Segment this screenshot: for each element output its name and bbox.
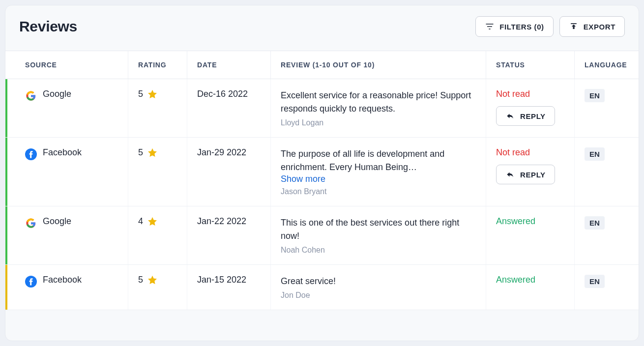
header-actions: FILTERS (0) EXPORT	[475, 16, 625, 37]
status-label: Answered	[496, 275, 564, 285]
status-label: Not read	[496, 147, 564, 158]
language-badge: EN	[585, 147, 605, 161]
star-icon	[147, 275, 158, 288]
export-label: EXPORT	[584, 23, 615, 31]
cell-date: Jan-22 2022	[187, 206, 271, 264]
table-body: Google5Dec-16 2022Excellent service for …	[5, 79, 639, 310]
filters-button[interactable]: FILTERS (0)	[475, 16, 553, 37]
table-row: Google5Dec-16 2022Excellent service for …	[5, 79, 639, 138]
cell-rating: 5	[128, 265, 187, 310]
language-badge: EN	[585, 275, 605, 288]
star-icon	[147, 147, 158, 161]
col-header-rating[interactable]: RATING	[128, 51, 187, 79]
cell-rating: 5	[128, 79, 187, 137]
cell-language: EN	[575, 265, 639, 310]
rating-value: 5	[138, 89, 143, 99]
reply-button[interactable]: REPLY	[496, 106, 555, 126]
review-text: The purpose of all life is development a…	[281, 147, 476, 174]
review-author: Jon Doe	[281, 291, 476, 300]
cell-date: Jan-29 2022	[187, 138, 271, 206]
col-header-date[interactable]: DATE	[187, 51, 271, 79]
review-text: Excellent service for a reasonable price…	[281, 89, 476, 115]
reply-label: REPLY	[520, 112, 546, 120]
cell-review: The purpose of all life is development a…	[271, 138, 486, 206]
star-icon	[147, 216, 158, 230]
reply-label: REPLY	[520, 171, 546, 179]
reviews-table: SOURCE RATING DATE REVIEW (1-10 OUT OF 1…	[5, 51, 639, 310]
cell-source: Facebook	[5, 138, 128, 206]
cell-rating: 4	[128, 206, 187, 264]
table-header: SOURCE RATING DATE REVIEW (1-10 OUT OF 1…	[5, 51, 639, 79]
review-text: Great service!	[281, 275, 476, 288]
cell-source: Facebook	[5, 265, 128, 310]
panel-header: Reviews FILTERS (0) EXPORT	[5, 5, 639, 51]
filter-icon	[485, 22, 495, 31]
col-header-source[interactable]: SOURCE	[5, 51, 128, 79]
cell-status: Answered	[486, 206, 575, 264]
table-row: Facebook5Jan-29 2022The purpose of all l…	[5, 138, 639, 206]
reply-icon	[505, 112, 515, 120]
google-icon	[25, 217, 37, 229]
cell-date: Dec-16 2022	[187, 79, 271, 137]
rating-value: 5	[138, 275, 143, 285]
export-button[interactable]: EXPORT	[559, 16, 625, 37]
star-icon	[147, 89, 158, 102]
reply-icon	[505, 170, 515, 179]
upload-icon	[569, 22, 579, 31]
cell-status: Answered	[486, 265, 575, 310]
reviews-panel: Reviews FILTERS (0) EXPORT SOURCE RATING…	[5, 5, 639, 341]
cell-source: Google	[5, 206, 128, 264]
cell-status: Not readREPLY	[486, 79, 575, 137]
table-row: Google4Jan-22 2022This is one of the bes…	[5, 206, 639, 265]
table-row: Facebook5Jan-15 2022Great service!Jon Do…	[5, 265, 639, 310]
cell-language: EN	[575, 79, 639, 137]
show-more-link[interactable]: Show more	[281, 174, 476, 184]
reply-button[interactable]: REPLY	[496, 165, 555, 184]
status-label: Answered	[496, 216, 564, 227]
rating-value: 5	[138, 147, 143, 158]
google-icon	[25, 90, 37, 102]
facebook-icon	[25, 148, 37, 160]
col-header-language[interactable]: LANGUAGE	[575, 51, 639, 79]
cell-language: EN	[575, 206, 639, 264]
status-label: Not read	[496, 89, 564, 99]
rating-value: 4	[138, 216, 143, 227]
review-author: Lloyd Logan	[281, 118, 476, 127]
cell-status: Not readREPLY	[486, 138, 575, 206]
source-name: Google	[43, 89, 71, 99]
source-name: Facebook	[43, 275, 82, 285]
language-badge: EN	[585, 216, 605, 230]
review-author: Jason Bryant	[281, 187, 476, 196]
cell-rating: 5	[128, 138, 187, 206]
language-badge: EN	[585, 89, 605, 102]
cell-review: This is one of the best services out the…	[271, 206, 486, 264]
cell-language: EN	[575, 138, 639, 206]
page-title: Reviews	[19, 18, 77, 35]
review-author: Noah Cohen	[281, 246, 476, 255]
col-header-review[interactable]: REVIEW (1-10 OUT OF 10)	[271, 51, 486, 79]
cell-date: Jan-15 2022	[187, 265, 271, 310]
col-header-status[interactable]: STATUS	[486, 51, 575, 79]
source-name: Google	[43, 216, 71, 227]
source-name: Facebook	[43, 147, 82, 158]
cell-source: Google	[5, 79, 128, 137]
cell-review: Excellent service for a reasonable price…	[271, 79, 486, 137]
facebook-icon	[25, 276, 37, 288]
cell-review: Great service!Jon Doe	[271, 265, 486, 310]
filters-label: FILTERS (0)	[499, 23, 544, 31]
review-text: This is one of the best services out the…	[281, 216, 476, 243]
